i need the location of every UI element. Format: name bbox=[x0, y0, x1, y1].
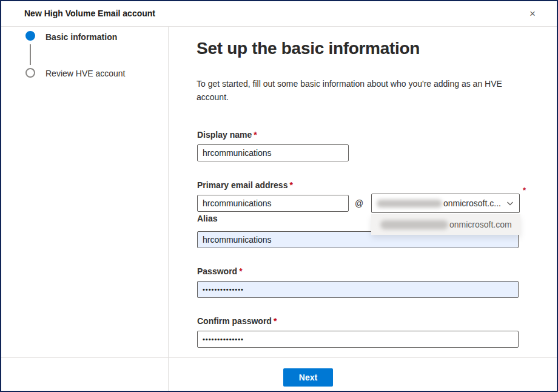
required-asterisk: * bbox=[523, 186, 526, 195]
next-button[interactable]: Next bbox=[283, 368, 333, 387]
confirm-password-label: Confirm password* bbox=[197, 316, 277, 326]
alias-label: Alias bbox=[197, 214, 217, 223]
domain-select-value: onmicrosoft.c... bbox=[443, 198, 501, 208]
chevron-down-icon bbox=[506, 199, 514, 208]
dialog-title: New High Volume Email account bbox=[24, 8, 155, 18]
sidebar-item-review-hve-account[interactable]: Review HVE account bbox=[45, 69, 126, 78]
step-active-circle-icon bbox=[25, 31, 35, 41]
new-hve-account-dialog: New High Volume Email account × Basic in… bbox=[0, 0, 558, 392]
step-connector-line bbox=[30, 44, 31, 65]
primary-email-input[interactable] bbox=[197, 195, 349, 212]
confirm-password-input[interactable] bbox=[197, 331, 519, 348]
required-asterisk: * bbox=[289, 180, 292, 190]
footer-divider bbox=[1, 357, 557, 358]
primary-email-label: Primary email address* bbox=[197, 180, 293, 190]
password-label: Password* bbox=[197, 266, 243, 276]
blurred-tenant-name bbox=[380, 220, 448, 229]
dialog-header: New High Volume Email account × bbox=[1, 1, 557, 27]
blurred-tenant-name bbox=[377, 200, 442, 208]
step-upcoming-circle-icon bbox=[25, 68, 35, 78]
display-name-label: Display name* bbox=[197, 130, 257, 140]
main-content: Set up the basic information To get star… bbox=[169, 27, 557, 391]
required-asterisk: * bbox=[274, 316, 277, 326]
domain-option-item[interactable]: onmicrosoft.com bbox=[371, 214, 520, 235]
domain-select[interactable]: onmicrosoft.c... bbox=[371, 194, 520, 213]
at-sign: @ bbox=[355, 198, 363, 208]
display-name-input[interactable] bbox=[197, 144, 349, 161]
password-input[interactable] bbox=[197, 281, 519, 298]
required-asterisk: * bbox=[239, 266, 242, 276]
required-asterisk: * bbox=[254, 130, 257, 140]
page-description: To get started, fill out some basic info… bbox=[197, 77, 517, 104]
close-icon[interactable]: × bbox=[525, 7, 540, 21]
page-title: Set up the basic information bbox=[197, 39, 420, 58]
wizard-steps-panel: Basic information Review HVE account bbox=[1, 27, 169, 391]
domain-option-label: onmicrosoft.com bbox=[449, 220, 512, 229]
sidebar-item-basic-information[interactable]: Basic information bbox=[45, 32, 117, 42]
